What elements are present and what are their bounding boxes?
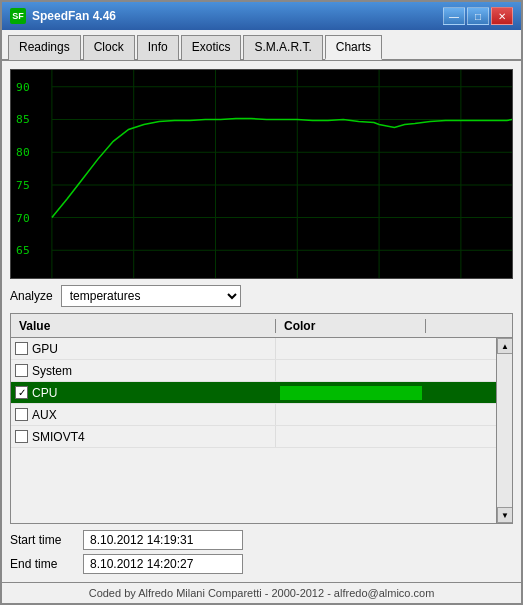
times-section: Start time 8.10.2012 14:19:31 End time 8… bbox=[10, 530, 513, 574]
row-color-cell bbox=[276, 338, 426, 359]
svg-text:90: 90 bbox=[16, 81, 30, 94]
end-time-value: 8.10.2012 14:20:27 bbox=[83, 554, 243, 574]
system-label: System bbox=[32, 364, 72, 378]
scrollbar-down-button[interactable]: ▼ bbox=[497, 507, 512, 523]
svg-text:80: 80 bbox=[16, 146, 30, 159]
row-color-cell bbox=[276, 404, 426, 425]
tab-clock[interactable]: Clock bbox=[83, 35, 135, 60]
chart-svg: 90 85 80 75 70 65 bbox=[11, 70, 512, 278]
row-value-cell: GPU bbox=[11, 338, 276, 359]
row-value-cell: System bbox=[11, 360, 276, 381]
svg-text:85: 85 bbox=[16, 114, 30, 127]
content-area: 90 85 80 75 70 65 Analyze temperatures f… bbox=[2, 61, 521, 582]
end-time-label: End time bbox=[10, 557, 75, 571]
window-controls: — □ ✕ bbox=[443, 7, 513, 25]
table-scrollbar[interactable]: ▲ ▼ bbox=[496, 338, 512, 523]
title-bar: SF SpeedFan 4.46 — □ ✕ bbox=[2, 2, 521, 30]
main-window: SF SpeedFan 4.46 — □ ✕ Readings Clock In… bbox=[0, 0, 523, 605]
svg-text:75: 75 bbox=[16, 179, 30, 192]
table-body: GPU System ✓ CPU bbox=[11, 338, 512, 523]
scrollbar-track bbox=[497, 354, 512, 507]
row-value-cell: AUX bbox=[11, 404, 276, 425]
tab-info[interactable]: Info bbox=[137, 35, 179, 60]
analyze-select[interactable]: temperatures fan speeds voltages bbox=[61, 285, 241, 307]
row-color-cell bbox=[276, 426, 426, 447]
start-time-value: 8.10.2012 14:19:31 bbox=[83, 530, 243, 550]
start-time-label: Start time bbox=[10, 533, 75, 547]
scrollbar-up-button[interactable]: ▲ bbox=[497, 338, 512, 354]
aux-label: AUX bbox=[32, 408, 57, 422]
maximize-button[interactable]: □ bbox=[467, 7, 489, 25]
table-row[interactable]: System bbox=[11, 360, 512, 382]
row-value-cell: ✓ CPU bbox=[11, 382, 276, 403]
row-value-cell: SMIOVT4 bbox=[11, 426, 276, 447]
smiovt4-checkbox[interactable] bbox=[15, 430, 28, 443]
tab-charts[interactable]: Charts bbox=[325, 35, 382, 60]
header-value: Value bbox=[11, 319, 276, 333]
table-row[interactable]: GPU bbox=[11, 338, 512, 360]
tab-exotics[interactable]: Exotics bbox=[181, 35, 242, 60]
tab-readings[interactable]: Readings bbox=[8, 35, 81, 60]
aux-checkbox[interactable] bbox=[15, 408, 28, 421]
app-icon: SF bbox=[10, 8, 26, 24]
cpu-label: CPU bbox=[32, 386, 57, 400]
cpu-color-bar bbox=[280, 386, 422, 400]
footer-text: Coded by Alfredo Milani Comparetti - 200… bbox=[89, 587, 435, 599]
table-row[interactable]: ✓ CPU bbox=[11, 382, 512, 404]
tab-smart[interactable]: S.M.A.R.T. bbox=[243, 35, 322, 60]
header-color: Color bbox=[276, 319, 426, 333]
window-title: SpeedFan 4.46 bbox=[32, 9, 443, 23]
tab-bar: Readings Clock Info Exotics S.M.A.R.T. C… bbox=[2, 30, 521, 61]
minimize-button[interactable]: — bbox=[443, 7, 465, 25]
row-color-cell bbox=[276, 360, 426, 381]
analyze-label: Analyze bbox=[10, 289, 53, 303]
chart-area: 90 85 80 75 70 65 bbox=[10, 69, 513, 279]
table-row[interactable]: AUX bbox=[11, 404, 512, 426]
close-button[interactable]: ✕ bbox=[491, 7, 513, 25]
start-time-row: Start time 8.10.2012 14:19:31 bbox=[10, 530, 513, 550]
system-checkbox[interactable] bbox=[15, 364, 28, 377]
svg-text:70: 70 bbox=[16, 212, 30, 225]
values-table: Value Color GPU System bbox=[10, 313, 513, 524]
table-row[interactable]: SMIOVT4 bbox=[11, 426, 512, 448]
end-time-row: End time 8.10.2012 14:20:27 bbox=[10, 554, 513, 574]
table-header: Value Color bbox=[11, 314, 512, 338]
smiovt4-label: SMIOVT4 bbox=[32, 430, 85, 444]
gpu-label: GPU bbox=[32, 342, 58, 356]
analyze-row: Analyze temperatures fan speeds voltages bbox=[10, 285, 513, 307]
cpu-checkbox[interactable]: ✓ bbox=[15, 386, 28, 399]
gpu-checkbox[interactable] bbox=[15, 342, 28, 355]
svg-text:65: 65 bbox=[16, 244, 30, 257]
footer: Coded by Alfredo Milani Comparetti - 200… bbox=[2, 582, 521, 603]
row-color-cell bbox=[276, 382, 426, 403]
